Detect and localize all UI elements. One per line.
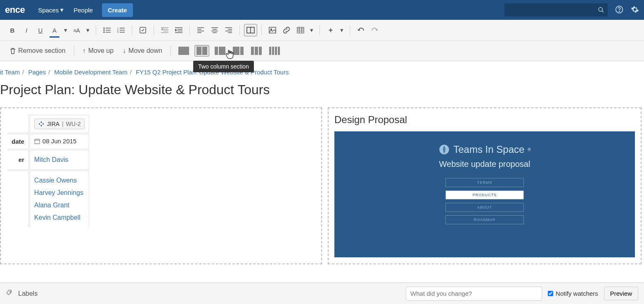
redo-button[interactable] <box>368 24 381 36</box>
insert-more-dropdown[interactable]: ▾ <box>338 24 346 36</box>
clear-formatting-button[interactable]: aA <box>70 24 83 36</box>
jira-label: JIRA <box>47 121 59 127</box>
preview-button[interactable]: Preview <box>604 287 638 300</box>
user-link[interactable]: Kevin Campbell <box>34 211 85 224</box>
date-value[interactable]: 08 Jun 2015 <box>34 138 77 145</box>
text-color-dropdown[interactable]: ▾ <box>62 24 69 36</box>
svg-rect-47 <box>197 47 201 55</box>
metadata-table: JIRA | WU-2 date 08 Jun 2015 <box>7 114 90 228</box>
design-proposal-heading: Design Proposal <box>334 114 635 126</box>
svg-rect-53 <box>251 47 254 55</box>
help-icon[interactable] <box>615 5 623 15</box>
nav-people[interactable]: People <box>69 4 98 16</box>
text-color-button[interactable]: A <box>48 24 61 36</box>
svg-rect-52 <box>240 47 244 55</box>
mock-subtitle: Website update proposal <box>439 159 530 169</box>
tag-icon <box>6 290 12 297</box>
jira-key: WU-2 <box>66 121 81 127</box>
mock-brand: Teams In Space ® <box>438 144 530 155</box>
svg-rect-49 <box>215 47 218 55</box>
search-input[interactable] <box>504 3 608 17</box>
italic-button[interactable]: I <box>20 24 33 36</box>
breadcrumb-item[interactable]: Mobile Development Team <box>54 69 127 76</box>
design-mockup: Teams In Space ® Website update proposal… <box>334 131 635 257</box>
layout-one-col-button[interactable] <box>176 45 191 57</box>
editor-footer: Labels Notify watchers Preview <box>0 283 644 304</box>
move-down-label: Move down <box>128 47 162 55</box>
svg-rect-60 <box>35 139 40 144</box>
app-logo[interactable]: ence <box>5 5 25 15</box>
remove-section-label: Remove section <box>18 47 66 55</box>
date-text: 08 Jun 2015 <box>43 138 77 145</box>
breadcrumb-item[interactable]: it Team <box>0 69 20 76</box>
insert-link-button[interactable] <box>280 24 293 36</box>
mock-nav-item: ABOUT <box>445 203 524 212</box>
svg-rect-48 <box>202 47 207 55</box>
svg-rect-55 <box>259 47 262 55</box>
align-left-button[interactable] <box>194 24 207 36</box>
move-down-button[interactable]: ↓ Move down <box>118 45 166 56</box>
insert-table-button[interactable] <box>294 24 307 36</box>
change-comment-input[interactable] <box>406 287 542 301</box>
mock-nav-item: PRODUCTS <box>445 190 524 200</box>
breadcrumb-item[interactable]: Pages <box>28 69 46 76</box>
layout-three-col-button[interactable] <box>249 45 264 57</box>
jira-badge[interactable]: JIRA | WU-2 <box>34 119 85 129</box>
trash-icon <box>10 48 16 54</box>
svg-point-4 <box>104 28 104 28</box>
move-up-label: Move up <box>88 47 114 55</box>
numbered-list-button[interactable]: 123 <box>114 24 128 36</box>
bold-button[interactable]: B <box>6 24 19 36</box>
mock-nav-item: TERMS <box>445 178 524 187</box>
svg-point-8 <box>104 32 104 33</box>
jira-icon <box>38 121 45 127</box>
arrow-down-icon: ↓ <box>123 47 126 55</box>
align-right-button[interactable] <box>222 24 235 36</box>
user-link[interactable]: Mitch Davis <box>34 154 85 166</box>
nav-create-button[interactable]: Create <box>102 3 133 17</box>
page-layout-button[interactable] <box>244 24 257 36</box>
svg-point-65 <box>10 291 11 292</box>
svg-rect-58 <box>275 47 277 55</box>
svg-rect-46 <box>178 47 189 55</box>
layout-three-col-sidebars-button[interactable] <box>267 45 282 57</box>
layout-two-col-button[interactable] <box>194 45 209 57</box>
section-left-column[interactable]: JIRA | WU-2 date 08 Jun 2015 <box>0 107 322 264</box>
nav-spaces[interactable]: Spaces ▾ <box>33 4 69 16</box>
svg-point-6 <box>104 30 104 31</box>
align-center-button[interactable] <box>208 24 221 36</box>
mock-brand-text: Teams In Space <box>453 144 524 155</box>
layout-tooltip: Two column section <box>193 61 254 72</box>
user-link[interactable]: Alana Grant <box>34 199 85 211</box>
insert-image-button[interactable] <box>266 24 279 36</box>
svg-point-3 <box>619 11 619 11</box>
notify-watchers-toggle[interactable]: Notify watchers <box>548 290 598 297</box>
outdent-button[interactable] <box>158 24 171 36</box>
task-list-button[interactable] <box>136 24 149 36</box>
notify-checkbox[interactable] <box>548 291 553 296</box>
svg-rect-56 <box>269 47 271 55</box>
insert-more-button[interactable]: + <box>324 24 337 36</box>
arrow-up-icon: ↑ <box>83 47 86 55</box>
svg-rect-59 <box>278 47 280 55</box>
underline-button[interactable]: U <box>34 24 47 36</box>
move-up-button[interactable]: ↑ Move up <box>78 45 118 56</box>
svg-text:3: 3 <box>117 31 119 33</box>
page-content: it Team/ Pages/ Mobile Development Team/… <box>0 61 644 264</box>
svg-line-1 <box>602 11 604 12</box>
indent-button[interactable] <box>172 24 185 36</box>
page-title[interactable]: Project Plan: Update Website & Product T… <box>0 79 644 107</box>
remove-section-button[interactable]: Remove section <box>6 45 70 56</box>
section-right-column[interactable]: Design Proposal Teams In Space ® Website… <box>328 107 642 264</box>
table-dropdown[interactable]: ▾ <box>308 24 315 36</box>
labels-button[interactable]: Labels <box>18 290 38 297</box>
search-icon <box>598 7 604 13</box>
settings-icon[interactable] <box>631 5 639 15</box>
caret-down-icon: ▾ <box>60 6 64 14</box>
more-formatting-dropdown[interactable]: ▾ <box>84 24 92 36</box>
svg-rect-54 <box>255 47 258 55</box>
bullet-list-button[interactable] <box>100 24 114 36</box>
user-link[interactable]: Harvey Jennings <box>34 187 85 199</box>
user-link[interactable]: Cassie Owens <box>34 174 85 187</box>
undo-button[interactable] <box>354 24 367 36</box>
